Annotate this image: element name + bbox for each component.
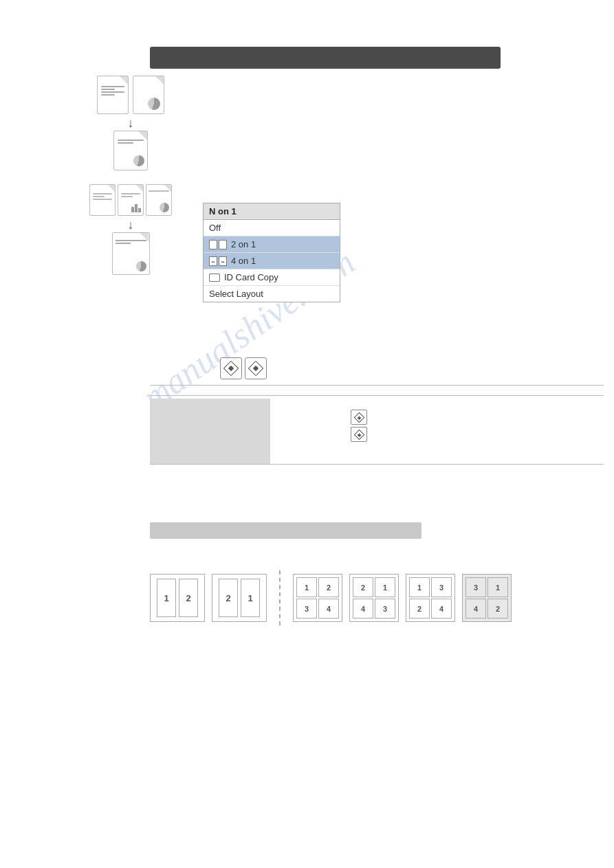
- bar: [135, 204, 138, 212]
- doc-sm-line: [149, 190, 169, 192]
- doc-sm-2: [118, 184, 144, 216]
- doc-icon-chart: [133, 76, 164, 114]
- bar: [131, 207, 134, 212]
- page-slot-sq-2c: 2: [487, 599, 508, 619]
- layout-divider: [279, 570, 281, 625]
- page-slot-sq-3c: 3: [465, 577, 486, 597]
- start-bw-icon: [248, 361, 264, 377]
- mini-page-4: ▪▪: [219, 256, 227, 266]
- dropdown-item-idcard[interactable]: ID Card Copy: [204, 269, 340, 286]
- page-slot-sq-1a: 1: [375, 577, 395, 597]
- page-slot-sq-1b: 1: [409, 577, 430, 597]
- page-slot-sq-2: 2: [318, 577, 339, 597]
- bar: [138, 208, 141, 212]
- page-slot-2r: 2: [219, 579, 238, 617]
- doc-line: [101, 86, 124, 87]
- dropdown-item-4on1-label: 4 on 1: [231, 256, 256, 266]
- bottom-gray-bar: [150, 522, 421, 539]
- page-slot-sq-1: 1: [296, 577, 317, 597]
- doc-sm-line: [93, 193, 112, 194]
- page-slot-sq-3a: 3: [375, 599, 395, 619]
- hr-line-3: [150, 464, 604, 465]
- layout-diagrams-row: 1 2 2 1 1 2 3 4 2 1 4 3 1 3 2 4 3 1 4 2: [150, 570, 512, 625]
- layout-4on1-1324[interactable]: 1 3 2 4: [406, 574, 455, 622]
- doc-sm-1: [89, 184, 116, 216]
- start-color-button[interactable]: [220, 357, 242, 379]
- dropdown-item-2on1[interactable]: 2 on 1: [204, 236, 340, 253]
- dropdown-item-2on1-label: 2 on 1: [231, 239, 256, 249]
- pie-chart: [148, 98, 160, 110]
- hr-line-2: [150, 395, 604, 396]
- page-slot-sq-4a: 4: [353, 599, 373, 619]
- mini-page-3: ▪▪: [209, 256, 217, 266]
- layout-4on1-2143[interactable]: 2 1 4 3: [349, 574, 399, 622]
- dropdown-item-off-label: Off: [209, 223, 221, 233]
- doc-sm-line: [93, 199, 112, 200]
- n-on-1-dropdown: N on 1 Off 2 on 1 ▪▪ ▪▪ 4 on 1 ID Card C…: [203, 203, 340, 302]
- page-slot-sq-3b: 3: [431, 577, 452, 597]
- pie-chart-small: [133, 155, 144, 166]
- dropdown-item-idcard-label: ID Card Copy: [224, 272, 278, 282]
- small-diamond-2: [353, 429, 364, 440]
- doc-sm-line: [121, 193, 140, 194]
- doc-group-2: ↓: [76, 184, 186, 275]
- page-slot-sq-1c: 1: [487, 577, 508, 597]
- doc-sm-line: [93, 196, 105, 197]
- dropdown-item-select-layout[interactable]: Select Layout: [204, 286, 340, 302]
- doc-line: [101, 94, 115, 96]
- idcard-icon: [209, 274, 220, 282]
- page-slot-1r: 1: [241, 579, 260, 617]
- mini-page-1: [209, 240, 217, 249]
- doc-line: [101, 89, 115, 90]
- doc-multi-top: [89, 184, 172, 216]
- bar-chart: [131, 200, 141, 212]
- small-diamond-1: [353, 412, 364, 423]
- id-card-icon: [209, 274, 220, 282]
- doc-group-1: ↓: [76, 76, 186, 170]
- page-slot-1: 1: [157, 579, 176, 617]
- doc-pair-top: [97, 76, 164, 114]
- start-color-icon: [223, 361, 239, 377]
- small-start-bw-button[interactable]: [351, 427, 367, 442]
- doc-sm-3: [146, 184, 172, 216]
- start-bw-button[interactable]: [245, 357, 267, 379]
- gray-section: [150, 399, 270, 464]
- layout-4on1-1234[interactable]: 1 2 3 4: [293, 574, 342, 622]
- dropdown-title: N on 1: [204, 203, 340, 220]
- pie-chart-sm: [160, 203, 169, 212]
- page-slot-sq-4b: 4: [431, 599, 452, 619]
- doc-icon-text: [97, 76, 129, 114]
- dropdown-item-off[interactable]: Off: [204, 220, 340, 236]
- hr-line-1: [150, 385, 604, 386]
- diamond-inner-2: [253, 366, 259, 371]
- page-slot-sq-4: 4: [318, 599, 339, 619]
- doc-sm-line: [121, 196, 133, 197]
- page-slot-sq-3: 3: [296, 599, 317, 619]
- dropdown-item-4on1[interactable]: ▪▪ ▪▪ 4 on 1: [204, 253, 340, 269]
- small-start-buttons: [351, 410, 367, 442]
- small-start-color-button[interactable]: [351, 410, 367, 425]
- mini-page-2: [219, 240, 227, 249]
- layout-2on1-reverse[interactable]: 2 1: [212, 574, 267, 622]
- page-slot-sq-4c: 4: [465, 599, 486, 619]
- doc-line: [101, 91, 124, 93]
- page-slot-sq-2a: 2: [353, 577, 373, 597]
- layout-2on1-forward[interactable]: 1 2: [150, 574, 205, 622]
- 4on1-icon: ▪▪ ▪▪: [209, 256, 227, 266]
- doc-combined-result: [112, 232, 150, 275]
- header-bar: [150, 47, 501, 69]
- arrow-down: ↓: [128, 117, 134, 129]
- start-buttons-main: [220, 357, 267, 379]
- 2on1-icon: [209, 240, 227, 249]
- dropdown-item-select-layout-label: Select Layout: [209, 289, 263, 299]
- arrow-down-2: ↓: [128, 219, 134, 231]
- pie-chart-result: [136, 261, 146, 271]
- page-slot-2: 2: [179, 579, 198, 617]
- page-slot-sq-2b: 2: [409, 599, 430, 619]
- diamond-inner: [228, 366, 234, 371]
- left-illustrations: ↓: [76, 76, 186, 275]
- layout-4on1-3142[interactable]: 3 1 4 2: [462, 574, 512, 622]
- doc-single-result: [113, 131, 148, 170]
